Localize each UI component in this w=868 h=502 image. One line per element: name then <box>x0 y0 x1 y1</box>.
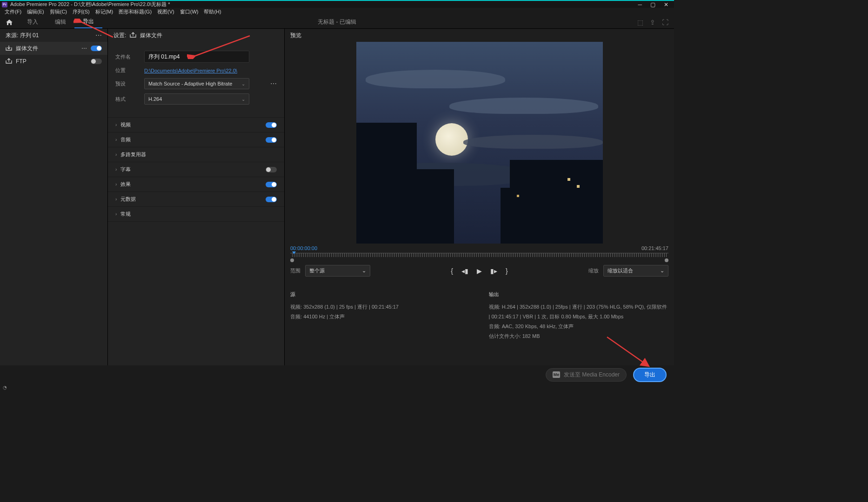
format-value: H.264 <box>148 96 162 102</box>
filename-input[interactable] <box>144 51 249 63</box>
chevron-down-icon: ⌄ <box>241 97 245 102</box>
chevron-right-icon: › <box>115 211 117 217</box>
filename-label: 文件名 <box>115 53 144 60</box>
menu-item[interactable]: 图形和标题(G) <box>116 8 154 15</box>
menu-item[interactable]: 序列(S) <box>70 8 93 15</box>
preset-more-icon[interactable]: ⋯ <box>270 80 277 87</box>
timeline-ruler[interactable] <box>290 253 668 260</box>
scale-select[interactable]: 缩放以适合 ⌄ <box>603 265 668 277</box>
destination-toggle[interactable] <box>91 46 102 51</box>
range-end-handle[interactable] <box>665 258 668 262</box>
settings-section[interactable]: ›效果 <box>108 177 284 192</box>
chevron-right-icon: › <box>115 197 117 202</box>
time-in: 00:00:00:00 <box>290 245 317 251</box>
range-value: 整个源 <box>309 267 325 274</box>
settings-section[interactable]: ›多路复用器 <box>108 147 284 162</box>
home-icon[interactable] <box>0 19 19 26</box>
destination-toggle[interactable] <box>91 59 102 64</box>
section-label: 效果 <box>120 181 131 188</box>
format-select[interactable]: H.264 ⌄ <box>144 93 249 105</box>
menu-bar: 文件(F)编辑(E)剪辑(C)序列(S)标记(M)图形和标题(G)视图(V)窗口… <box>0 8 674 16</box>
playhead-icon[interactable] <box>292 251 296 254</box>
section-toggle[interactable] <box>266 182 277 187</box>
title-bar: Pr Adobe Premiere Pro 2022 - D:\文档\Adobe… <box>0 0 674 8</box>
settings-sub-label: 媒体文件 <box>140 32 162 40</box>
settings-section[interactable]: ›元数据 <box>108 192 284 207</box>
preset-value: Match Source - Adaptive High Bitrate <box>148 81 232 86</box>
close-button[interactable]: ✕ <box>664 1 668 8</box>
share-icon[interactable]: ⇪ <box>650 19 655 26</box>
chevron-down-icon: ⌄ <box>660 268 664 274</box>
settings-section[interactable]: ›音频 <box>108 132 284 147</box>
location-link[interactable]: D:\Documents\Adobe\Premiere Pro\22.0\ <box>144 68 237 73</box>
source-panel: 来源: 序列 01 ⋯ 媒体文件⋯FTP <box>0 29 108 384</box>
app-icon: Pr <box>2 2 7 7</box>
menu-item[interactable]: 文件(F) <box>2 8 24 15</box>
range-start-handle[interactable] <box>290 258 294 262</box>
export-button[interactable]: 导出 <box>633 368 667 382</box>
workspace-tabs: 导入编辑导出 无标题 - 已编辑 ⬚ ⇪ ⛶ <box>0 16 674 29</box>
menu-item[interactable]: 剪辑(C) <box>47 8 70 15</box>
me-button-label: 发送至 Media Encoder <box>564 371 620 379</box>
media-encoder-icon: Me <box>553 371 560 378</box>
play-icon[interactable]: ▶ <box>477 267 482 275</box>
preset-select[interactable]: Match Source - Adaptive High Bitrate ⌄ <box>144 78 249 89</box>
destination-label: 媒体文件 <box>16 45 38 53</box>
preview-label: 预览 <box>285 29 674 42</box>
more-icon[interactable]: ⋯ <box>81 45 87 52</box>
menu-item[interactable]: 编辑(E) <box>24 8 47 15</box>
destination-row[interactable]: FTP <box>0 55 107 68</box>
workspace-tab-导出[interactable]: 导出 <box>74 16 102 28</box>
bottom-bar: Me 发送至 Media Encoder 导出 <box>0 365 674 384</box>
preview-video[interactable] <box>356 42 603 244</box>
maximize-button[interactable]: ▢ <box>650 1 655 8</box>
section-label: 元数据 <box>120 196 136 203</box>
step-forward-icon[interactable]: ▮▸ <box>490 267 497 275</box>
section-toggle[interactable] <box>266 122 277 128</box>
section-label: 音频 <box>120 136 131 143</box>
destination-row[interactable]: 媒体文件⋯ <box>0 42 107 55</box>
format-label: 格式 <box>115 96 144 103</box>
upload-icon <box>6 58 12 65</box>
fullscreen-icon[interactable]: ⛶ <box>662 19 668 26</box>
step-back-icon[interactable]: ◂▮ <box>461 267 468 275</box>
settings-section[interactable]: ›字幕 <box>108 162 284 177</box>
section-toggle[interactable] <box>266 197 277 202</box>
chevron-right-icon: › <box>115 137 117 142</box>
settings-section[interactable]: ›常规 <box>108 207 284 222</box>
menu-item[interactable]: 窗口(W) <box>177 8 201 15</box>
menu-item[interactable]: 视图(V) <box>154 8 177 15</box>
source-value: 序列 01 <box>20 32 39 39</box>
section-label: 常规 <box>120 211 131 218</box>
source-label: 来源: <box>6 32 18 39</box>
settings-export-icon <box>130 32 136 39</box>
send-to-media-encoder-button[interactable]: Me 发送至 Media Encoder <box>546 368 627 382</box>
preset-label: 预设 <box>115 80 144 87</box>
mark-out-icon[interactable]: } <box>506 267 508 275</box>
chevron-right-icon: › <box>115 152 117 157</box>
menu-item[interactable]: 帮助(H) <box>201 8 224 15</box>
quick-export-icon[interactable]: ⬚ <box>637 19 643 26</box>
destination-label: FTP <box>16 58 27 65</box>
project-title: 无标题 - 已编辑 <box>318 18 356 26</box>
settings-panel: 设置: 媒体文件 文件名 位置 D:\Documents\Adobe\Premi… <box>108 29 285 384</box>
chevron-right-icon: › <box>115 122 117 127</box>
window-title: Adobe Premiere Pro 2022 - D:\文档\Adobe\Pr… <box>10 1 638 8</box>
minimize-button[interactable]: ─ <box>638 1 642 8</box>
status-bar: ◔ <box>0 384 674 390</box>
menu-item[interactable]: 标记(M) <box>93 8 116 15</box>
settings-section[interactable]: ›视频 <box>108 118 284 132</box>
section-toggle[interactable] <box>266 137 277 143</box>
progress-icon: ◔ <box>3 385 7 390</box>
chevron-down-icon: ⌄ <box>362 268 366 274</box>
workspace-tab-编辑[interactable]: 编辑 <box>47 16 74 28</box>
download-icon <box>6 45 12 52</box>
section-toggle[interactable] <box>266 167 277 172</box>
settings-label: 设置: <box>114 32 126 40</box>
range-label: 范围 <box>290 267 300 274</box>
workspace-tab-导入[interactable]: 导入 <box>19 16 47 28</box>
source-more-icon[interactable]: ⋯ <box>95 32 102 39</box>
mark-in-icon[interactable]: { <box>451 267 453 275</box>
range-select[interactable]: 整个源 ⌄ <box>305 265 370 277</box>
section-label: 视频 <box>120 121 131 128</box>
